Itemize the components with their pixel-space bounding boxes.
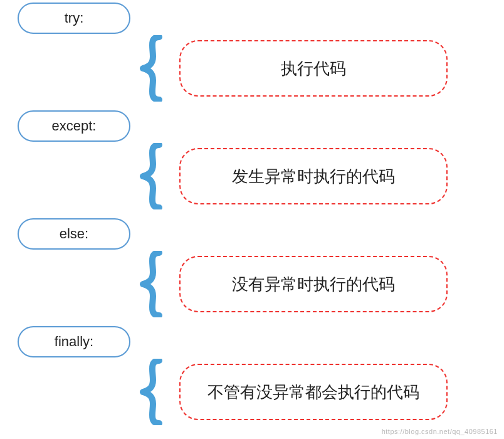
keyword-pill-try: try: (18, 3, 130, 34)
desc-label: 不管有没异常都会执行的代码 (207, 381, 419, 403)
block-else: else: 没有异常时执行的代码 (0, 216, 504, 324)
desc-pill-finally: 不管有没异常都会执行的代码 (179, 364, 448, 420)
block-try: try: 执行代码 (0, 0, 504, 108)
desc-label: 没有异常时执行的代码 (232, 273, 395, 295)
brace-icon (138, 251, 163, 317)
keyword-pill-finally: finally: (18, 326, 130, 357)
keyword-pill-except: except: (18, 110, 130, 142)
brace-icon (138, 143, 163, 209)
desc-pill-except: 发生异常时执行的代码 (179, 148, 448, 204)
block-except: except: 发生异常时执行的代码 (0, 108, 504, 216)
keyword-label: except: (52, 118, 97, 134)
desc-label: 执行代码 (281, 58, 346, 80)
keyword-pill-else: else: (18, 218, 130, 250)
brace-icon (138, 359, 163, 425)
brace-icon (138, 35, 163, 102)
keyword-label: try: (65, 10, 84, 26)
desc-label: 发生异常时执行的代码 (232, 166, 395, 188)
block-finally: finally: 不管有没异常都会执行的代码 (0, 324, 504, 431)
keyword-label: else: (60, 226, 88, 242)
desc-pill-try: 执行代码 (179, 40, 448, 97)
watermark-text: https://blog.csdn.net/qq_40985161 (382, 428, 498, 435)
desc-pill-else: 没有异常时执行的代码 (179, 256, 448, 312)
keyword-label: finally: (55, 334, 93, 350)
